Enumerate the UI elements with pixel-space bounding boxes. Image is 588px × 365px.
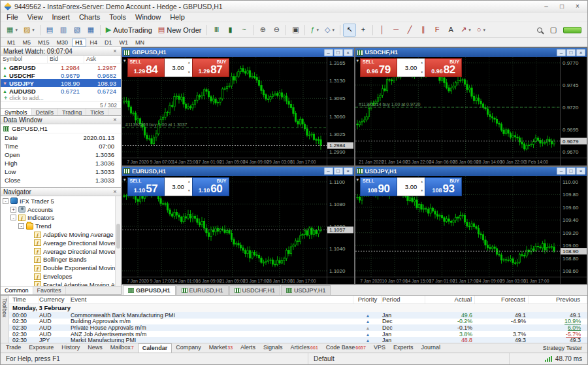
timeframe-h4-button[interactable]: H4 [87,39,101,46]
calendar-row-markit-manufacturing-pmi[interactable]: 02:30JPYMarkit Manufacturing PMI▲Jan48.8… [9,337,587,343]
status-profile[interactable]: Default [308,353,509,364]
calendar-column-event[interactable]: Event [71,296,353,304]
vertical-line-button[interactable]: │ [376,24,389,37]
navigator-toggle-button[interactable]: ▧ [71,24,84,37]
toolbox-tab-news[interactable]: News [84,343,106,353]
window-maximize-button[interactable]: □ [555,2,569,11]
navigator-header[interactable]: Navigator × [1,188,121,196]
navigator-scrollbar[interactable] [115,196,121,286]
market-watch-row-gbpusd[interactable]: ▲GBPUSD1.29841.2987 [1,63,121,71]
toolbox-side-tab[interactable]: Toolbox [1,296,9,343]
layouts-button[interactable]: ▢ [547,24,560,37]
timeframe-m5-button[interactable]: M5 [20,39,35,46]
tree-item-accounts[interactable]: +Accounts [1,205,121,214]
tree-item-bollinger-bands[interactable]: ƒBollinger Bands [1,256,121,264]
zoom-in-button[interactable]: ⊕ [256,24,269,37]
chart-minimize-button[interactable]: – [324,49,333,56]
toolbox-tab-mailbox[interactable]: Mailbox7 [106,343,138,353]
chart-minimize-button[interactable]: – [324,167,333,175]
tree-item-average-directional-movement[interactable]: ƒAverage Directional Movement [1,247,121,256]
chart-restore-button[interactable]: □ [334,49,343,56]
volume-input[interactable]: 3.00▲▼ [165,177,192,196]
candlestick-chart-button[interactable]: ▮ [223,24,237,37]
tree-item-indicators[interactable]: -ƒIndicators [1,214,121,222]
shapes-button[interactable]: ○▾ [474,24,488,37]
timeframe-m30-button[interactable]: M30 [54,39,72,46]
calendar-column-currency[interactable]: Currency [39,296,71,304]
new-order-button[interactable]: ▤New Order [155,24,204,37]
chart-minimize-button[interactable]: – [557,167,566,175]
spinner-down-icon[interactable]: ▼ [421,190,423,193]
market-watch-row-usdchf[interactable]: ▲USDCHF0.96790.9682 [1,71,121,79]
fibonacci-button[interactable]: F [431,24,444,37]
tree-item-double-exponential-moving-av[interactable]: ƒDouble Exponential Moving Av [1,264,121,272]
indicators-button[interactable]: ƒ▾ [308,24,321,37]
window-close-button[interactable]: × [570,2,585,11]
toolbox-toggle-button[interactable]: ▦ [84,24,97,37]
timeframe-d1-button[interactable]: D1 [101,39,116,46]
market-watch-tab-trading[interactable]: Trading [58,109,86,116]
window-minimize-button[interactable]: – [539,2,553,11]
chart-restore-button[interactable]: □ [566,49,576,56]
cursor-button[interactable]: ↖ [343,24,356,37]
equidistant-channel-button[interactable]: ∥ [417,24,430,37]
spinner-down-icon[interactable]: ▼ [188,71,190,75]
volume-input[interactable]: 3.00▲▼ [397,177,425,196]
spinner-down-icon[interactable]: ▼ [188,190,190,193]
scrollbar-thumb[interactable] [116,224,120,249]
chart-tab-gbpusd-h1[interactable]: GBPUSD,H1 [123,285,176,295]
market-watch-row-audusd[interactable]: ▲AUDUSD0.67210.6724 [1,87,121,95]
chart-tab-usdjpy-h1[interactable]: USDJPY,H1 [281,285,331,295]
horizontal-line-button[interactable]: ─ [389,24,402,37]
calendar-column-forecast[interactable]: Forecast [475,296,529,304]
menu-tools[interactable]: Tools [105,12,131,22]
menu-charts[interactable]: Charts [74,12,105,22]
strategy-tester-label[interactable]: Strategy Tester [543,345,587,351]
spinner-up-icon[interactable]: ▲ [188,181,190,184]
toolbox-tab-exposure[interactable]: Exposure [25,343,57,353]
buy-button[interactable]: BUY10893 [425,177,462,196]
timeframe-w1-button[interactable]: W1 [116,39,132,46]
calendar-row-private-house-approvals-m-m[interactable]: 02:30AUDPrivate House Approvals m/m▲Dec-… [9,324,587,331]
menu-insert[interactable]: Insert [47,12,74,22]
calendar-column-priority[interactable]: Priority [353,296,382,304]
volume-input[interactable]: 3.00▲▼ [397,58,425,77]
timeframe-m15-button[interactable]: M15 [35,39,53,46]
calendar-column-actual[interactable]: Actual [425,296,475,304]
sell-button[interactable]: SELL1.1057 [127,177,165,196]
tile-windows-button[interactable]: ▣ [289,24,302,37]
chart-area[interactable]: 110.00109.80109.60109.40109.20109.00108.… [355,176,587,285]
autotrading-button[interactable]: ▶AutoTrading [103,24,155,37]
spinner-up-icon[interactable]: ▲ [421,181,423,184]
spinner-down-icon[interactable]: ▼ [421,71,423,75]
tree-item-trend[interactable]: -Trend [1,222,121,230]
market-watch-tab-symbols[interactable]: Symbols [1,109,32,116]
toolbox-tab-calendar[interactable]: Calendar [138,343,172,353]
calendar-column-period[interactable]: Period [382,296,425,304]
chart-close-button[interactable]: × [344,49,353,56]
profiles-button[interactable]: ▨▾ [21,24,37,37]
timeframe-m1-button[interactable]: M1 [4,39,19,46]
chart-window-titlebar[interactable]: USDJPY,H1–□× [355,167,587,176]
close-icon[interactable]: × [112,47,118,55]
tree-item-fractal-adaptive-moving-aver[interactable]: ƒFractal Adaptive Moving Aver [1,281,121,286]
calendar-column-previous[interactable]: Previous [529,296,587,304]
text-label-button[interactable]: A [444,24,457,37]
chart-window-titlebar[interactable]: GBPUSD,H1–□× [122,48,354,57]
chart-area[interactable]: 1.11001.10801.10601.10401.10201.10577 Ja… [122,176,354,285]
tree-item-adaptive-moving-average[interactable]: ƒAdaptive Moving Average [1,230,121,239]
collapse-panel-icon[interactable]: ▾ [123,58,126,63]
trendline-button[interactable]: ╱ [403,24,416,37]
objects-button[interactable]: ◇▾ [322,24,337,37]
market-watch-column-symbol[interactable]: Symbol [1,56,48,63]
search-button[interactable] [533,24,546,37]
toolbox-tab-trade[interactable]: Trade [2,343,25,353]
tree-item-envelopes[interactable]: ƒEnvelopes [1,272,121,281]
market-watch-tab-details[interactable]: Details [32,109,59,116]
toolbox-tab-journal[interactable]: Journal [417,343,444,353]
chart-area[interactable]: #11392214 buy 1.00 at 0.97200.97700.9745… [355,57,587,165]
sell-button[interactable]: SELL1.2984 [127,58,165,77]
collapse-icon[interactable]: - [18,223,24,229]
market-watch-row-usdjpy[interactable]: ▼USDJPY108.90108.93 [1,79,121,87]
sell-button[interactable]: SELL10890 [360,177,397,196]
